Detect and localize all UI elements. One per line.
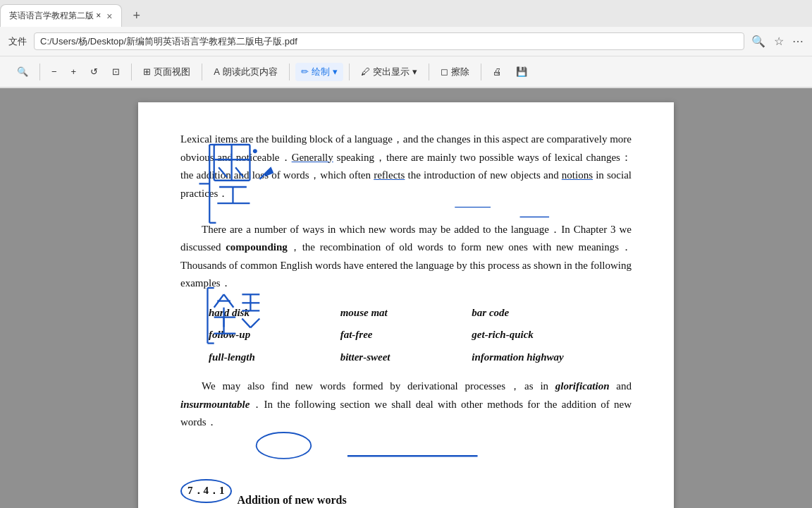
separator-6 — [429, 64, 429, 80]
print-icon: 🖨 — [493, 66, 502, 77]
section-heading-area: 7．4．1 Addition of new words — [180, 473, 632, 509]
highlight-dropdown-icon: ▾ — [412, 66, 417, 77]
word-mouse-mat: mouse mat — [340, 304, 472, 322]
rotate-button[interactable]: ↺ — [85, 64, 104, 80]
separator-2 — [131, 64, 132, 80]
zoom-in-icon: + — [71, 66, 77, 77]
separator-5 — [349, 64, 350, 80]
separator-3 — [202, 64, 202, 80]
separator-1 — [39, 64, 40, 80]
read-aloud-icon: A — [214, 66, 220, 77]
word-get-rich-quick: get-rich-quick — [472, 326, 603, 344]
word-full-length: full-length — [209, 349, 340, 367]
page-view-icon: ⊞ — [143, 66, 151, 77]
word-hard-disk: hard disk — [209, 304, 340, 322]
browser-chrome: 英语语言学教程第二版 × × + 文件 🔍 ☆ ⋯ 🔍 − + ↺ ⊡ — [0, 0, 812, 88]
zoom-out-button[interactable]: − — [46, 64, 63, 80]
word-bar-code: bar code — [472, 304, 603, 322]
address-bar-icons: 🔍 ☆ ⋯ — [751, 35, 804, 48]
fit-icon: ⊡ — [112, 66, 120, 77]
insurmountable-text: insurmountable — [180, 399, 250, 410]
print-button[interactable]: 🖨 — [487, 64, 508, 80]
read-aloud-button[interactable]: A 朗读此页内容 — [208, 63, 283, 81]
generally-text: Generally — [292, 152, 333, 163]
draw-button[interactable]: ✏ 绘制 ▾ — [295, 63, 343, 81]
eraser-button[interactable]: ◻ 擦除 — [435, 63, 475, 81]
address-input[interactable] — [34, 32, 744, 50]
bookmark-icon[interactable]: ☆ — [774, 35, 784, 48]
separator-4 — [289, 64, 290, 80]
glorification-text: glorification — [555, 380, 610, 392]
toolbar: 🔍 − + ↺ ⊡ ⊞ 页面视图 A 朗读此页内容 ✏ 绘制 ▾ — [0, 56, 812, 87]
word-follow-up: follow-up — [209, 326, 340, 344]
tab-title: 英语语言学教程第二版 × — [9, 10, 101, 22]
menu-icon[interactable]: ⋯ — [792, 35, 804, 48]
eraser-label: 擦除 — [451, 66, 469, 78]
highlight-button[interactable]: 🖊 突出显示 ▾ — [355, 63, 423, 81]
word-bitter-sweet: bitter-sweet — [340, 349, 472, 367]
word-fat-free: fat-free — [340, 326, 472, 344]
zoom-out-icon: − — [51, 66, 57, 77]
fit-button[interactable]: ⊡ — [106, 64, 125, 80]
content-area: Lexical items are the building block of … — [0, 88, 812, 508]
highlight-label: 突出显示 — [373, 66, 410, 78]
draw-label: 绘制 — [312, 66, 330, 78]
file-menu[interactable]: 文件 — [8, 35, 27, 48]
word-information-highway: information highway — [472, 349, 603, 367]
paragraph-3: We may also find new words formed by der… — [180, 377, 632, 432]
pdf-viewer[interactable]: Lexical items are the building block of … — [0, 88, 812, 508]
zoom-icon[interactable]: 🔍 — [751, 35, 765, 48]
page-view-label: 页面视图 — [154, 66, 190, 78]
browser-tab[interactable]: 英语语言学教程第二版 × × — [0, 4, 122, 27]
new-tab-button[interactable]: + — [128, 8, 147, 23]
pdf-page: Lexical items are the building block of … — [138, 102, 674, 508]
section-number: 7．4．1 — [180, 479, 232, 503]
tab-close-button[interactable]: × — [106, 11, 112, 22]
search-button[interactable]: 🔍 — [11, 64, 34, 80]
search-icon: 🔍 — [17, 66, 28, 77]
zoom-in-button[interactable]: + — [66, 64, 82, 80]
page-view-button[interactable]: ⊞ 页面视图 — [137, 63, 196, 81]
page-content: Lexical items are the building block of … — [180, 131, 632, 508]
notions-text: notions — [562, 169, 593, 181]
address-bar: 文件 🔍 ☆ ⋯ — [0, 27, 812, 56]
read-aloud-label: 朗读此页内容 — [223, 66, 278, 78]
draw-dropdown-icon: ▾ — [333, 66, 338, 77]
tab-bar: 英语语言学教程第二版 × × + — [0, 0, 812, 27]
paragraph-2: There are a number of ways in which new … — [180, 221, 632, 293]
highlight-icon: 🖊 — [361, 66, 370, 77]
compounding-text: compounding — [226, 241, 288, 253]
reflects-text: reflects — [374, 169, 405, 181]
section-title: Addition of new words — [238, 490, 347, 509]
word-list: hard disk mouse mat bar code follow-up f… — [209, 304, 603, 367]
paragraph-1: Lexical items are the building block of … — [180, 131, 632, 202]
draw-icon: ✏ — [301, 66, 309, 77]
eraser-icon: ◻ — [441, 66, 448, 77]
save-button[interactable]: 💾 — [510, 64, 533, 80]
save-icon: 💾 — [516, 66, 527, 77]
separator-7 — [481, 64, 481, 80]
rotate-icon: ↺ — [90, 66, 98, 77]
